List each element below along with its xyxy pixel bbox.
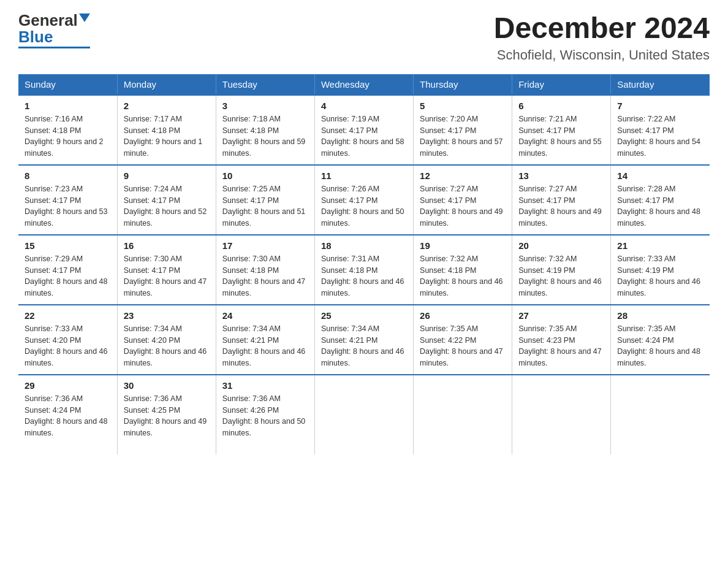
week-row-2: 8 Sunrise: 7:23 AMSunset: 4:17 PMDayligh…	[18, 165, 710, 235]
day-info: Sunrise: 7:32 AMSunset: 4:19 PMDaylight:…	[518, 253, 604, 299]
header-tuesday: Tuesday	[216, 74, 314, 95]
day-info: Sunrise: 7:23 AMSunset: 4:17 PMDaylight:…	[25, 183, 111, 229]
calendar-cell: 18 Sunrise: 7:31 AMSunset: 4:18 PMDaylig…	[314, 235, 413, 305]
calendar-cell: 15 Sunrise: 7:29 AMSunset: 4:17 PMDaylig…	[18, 235, 117, 305]
logo: General Blue	[18, 12, 90, 48]
calendar-cell	[512, 375, 611, 454]
calendar-cell: 13 Sunrise: 7:27 AMSunset: 4:17 PMDaylig…	[512, 165, 611, 235]
day-number: 28	[617, 310, 703, 321]
calendar-cell: 14 Sunrise: 7:28 AMSunset: 4:17 PMDaylig…	[611, 165, 710, 235]
day-number: 22	[25, 310, 111, 321]
calendar-cell: 8 Sunrise: 7:23 AMSunset: 4:17 PMDayligh…	[18, 165, 117, 235]
day-info: Sunrise: 7:17 AMSunset: 4:18 PMDaylight:…	[124, 113, 210, 159]
day-info: Sunrise: 7:21 AMSunset: 4:17 PMDaylight:…	[518, 113, 604, 159]
day-number: 4	[321, 101, 407, 111]
calendar-cell	[314, 375, 413, 454]
day-info: Sunrise: 7:24 AMSunset: 4:17 PMDaylight:…	[124, 183, 210, 229]
month-title: December 2024	[494, 12, 710, 45]
calendar-cell: 19 Sunrise: 7:32 AMSunset: 4:18 PMDaylig…	[414, 235, 512, 305]
week-row-4: 22 Sunrise: 7:33 AMSunset: 4:20 PMDaylig…	[18, 305, 710, 375]
day-info: Sunrise: 7:20 AMSunset: 4:17 PMDaylight:…	[420, 113, 506, 159]
calendar-cell: 6 Sunrise: 7:21 AMSunset: 4:17 PMDayligh…	[512, 95, 611, 165]
calendar-cell: 12 Sunrise: 7:27 AMSunset: 4:17 PMDaylig…	[414, 165, 512, 235]
day-number: 5	[420, 101, 506, 111]
calendar-cell: 17 Sunrise: 7:30 AMSunset: 4:18 PMDaylig…	[216, 235, 314, 305]
day-number: 31	[222, 380, 308, 391]
calendar-cell: 28 Sunrise: 7:35 AMSunset: 4:24 PMDaylig…	[611, 305, 710, 375]
day-info: Sunrise: 7:34 AMSunset: 4:21 PMDaylight:…	[321, 323, 407, 369]
day-number: 27	[518, 310, 604, 321]
day-info: Sunrise: 7:34 AMSunset: 4:21 PMDaylight:…	[222, 323, 308, 369]
calendar-cell: 20 Sunrise: 7:32 AMSunset: 4:19 PMDaylig…	[512, 235, 611, 305]
logo-blue-text: Blue	[18, 29, 53, 45]
day-number: 8	[25, 170, 111, 181]
page-header: General Blue December 2024 Schofield, Wi…	[18, 12, 710, 63]
day-number: 29	[25, 380, 111, 391]
header-sunday: Sunday	[18, 74, 117, 95]
day-info: Sunrise: 7:35 AMSunset: 4:22 PMDaylight:…	[420, 323, 506, 369]
day-number: 1	[25, 101, 111, 111]
week-row-5: 29 Sunrise: 7:36 AMSunset: 4:24 PMDaylig…	[18, 375, 710, 454]
day-info: Sunrise: 7:33 AMSunset: 4:19 PMDaylight:…	[617, 253, 703, 299]
calendar-cell: 7 Sunrise: 7:22 AMSunset: 4:17 PMDayligh…	[611, 95, 710, 165]
day-info: Sunrise: 7:36 AMSunset: 4:26 PMDaylight:…	[222, 393, 308, 439]
location-title: Schofield, Wisconsin, United States	[494, 47, 710, 63]
calendar-cell: 23 Sunrise: 7:34 AMSunset: 4:20 PMDaylig…	[117, 305, 216, 375]
day-number: 2	[124, 101, 210, 111]
calendar-cell: 22 Sunrise: 7:33 AMSunset: 4:20 PMDaylig…	[18, 305, 117, 375]
calendar-cell	[611, 375, 710, 454]
calendar-cell: 11 Sunrise: 7:26 AMSunset: 4:17 PMDaylig…	[314, 165, 413, 235]
day-info: Sunrise: 7:31 AMSunset: 4:18 PMDaylight:…	[321, 253, 407, 299]
day-number: 26	[420, 310, 506, 321]
logo-general-text: General	[18, 12, 78, 28]
day-info: Sunrise: 7:22 AMSunset: 4:17 PMDaylight:…	[617, 113, 703, 159]
header-friday: Friday	[512, 74, 611, 95]
day-info: Sunrise: 7:26 AMSunset: 4:17 PMDaylight:…	[321, 183, 407, 229]
day-number: 30	[124, 380, 210, 391]
calendar-cell: 4 Sunrise: 7:19 AMSunset: 4:17 PMDayligh…	[314, 95, 413, 165]
day-info: Sunrise: 7:16 AMSunset: 4:18 PMDaylight:…	[25, 113, 111, 159]
week-row-3: 15 Sunrise: 7:29 AMSunset: 4:17 PMDaylig…	[18, 235, 710, 305]
header-wednesday: Wednesday	[314, 74, 413, 95]
day-info: Sunrise: 7:36 AMSunset: 4:24 PMDaylight:…	[25, 393, 111, 439]
calendar-cell: 25 Sunrise: 7:34 AMSunset: 4:21 PMDaylig…	[314, 305, 413, 375]
day-number: 6	[518, 101, 604, 111]
day-info: Sunrise: 7:30 AMSunset: 4:17 PMDaylight:…	[124, 253, 210, 299]
day-number: 19	[420, 240, 506, 251]
calendar-cell: 2 Sunrise: 7:17 AMSunset: 4:18 PMDayligh…	[117, 95, 216, 165]
calendar-header-row: SundayMondayTuesdayWednesdayThursdayFrid…	[18, 74, 710, 95]
day-info: Sunrise: 7:35 AMSunset: 4:23 PMDaylight:…	[518, 323, 604, 369]
day-number: 11	[321, 170, 407, 181]
day-info: Sunrise: 7:32 AMSunset: 4:18 PMDaylight:…	[420, 253, 506, 299]
calendar-cell: 10 Sunrise: 7:25 AMSunset: 4:17 PMDaylig…	[216, 165, 314, 235]
day-number: 3	[222, 101, 308, 111]
day-number: 20	[518, 240, 604, 251]
day-info: Sunrise: 7:29 AMSunset: 4:17 PMDaylight:…	[25, 253, 111, 299]
calendar-cell: 16 Sunrise: 7:30 AMSunset: 4:17 PMDaylig…	[117, 235, 216, 305]
day-info: Sunrise: 7:25 AMSunset: 4:17 PMDaylight:…	[222, 183, 308, 229]
calendar-cell: 3 Sunrise: 7:18 AMSunset: 4:18 PMDayligh…	[216, 95, 314, 165]
header-thursday: Thursday	[414, 74, 512, 95]
day-number: 10	[222, 170, 308, 181]
day-number: 18	[321, 240, 407, 251]
day-number: 13	[518, 170, 604, 181]
week-row-1: 1 Sunrise: 7:16 AMSunset: 4:18 PMDayligh…	[18, 95, 710, 165]
day-info: Sunrise: 7:18 AMSunset: 4:18 PMDaylight:…	[222, 113, 308, 159]
calendar-table: SundayMondayTuesdayWednesdayThursdayFrid…	[18, 74, 710, 454]
day-number: 9	[124, 170, 210, 181]
day-info: Sunrise: 7:34 AMSunset: 4:20 PMDaylight:…	[124, 323, 210, 369]
day-info: Sunrise: 7:36 AMSunset: 4:25 PMDaylight:…	[124, 393, 210, 439]
logo-triangle-icon	[79, 13, 90, 22]
calendar-cell: 1 Sunrise: 7:16 AMSunset: 4:18 PMDayligh…	[18, 95, 117, 165]
day-number: 17	[222, 240, 308, 251]
day-info: Sunrise: 7:35 AMSunset: 4:24 PMDaylight:…	[617, 323, 703, 369]
day-info: Sunrise: 7:33 AMSunset: 4:20 PMDaylight:…	[25, 323, 111, 369]
logo-underline	[18, 47, 90, 48]
calendar-cell: 9 Sunrise: 7:24 AMSunset: 4:17 PMDayligh…	[117, 165, 216, 235]
day-number: 14	[617, 170, 703, 181]
day-number: 21	[617, 240, 703, 251]
day-info: Sunrise: 7:28 AMSunset: 4:17 PMDaylight:…	[617, 183, 703, 229]
calendar-cell: 24 Sunrise: 7:34 AMSunset: 4:21 PMDaylig…	[216, 305, 314, 375]
calendar-cell: 30 Sunrise: 7:36 AMSunset: 4:25 PMDaylig…	[117, 375, 216, 454]
header-monday: Monday	[117, 74, 216, 95]
